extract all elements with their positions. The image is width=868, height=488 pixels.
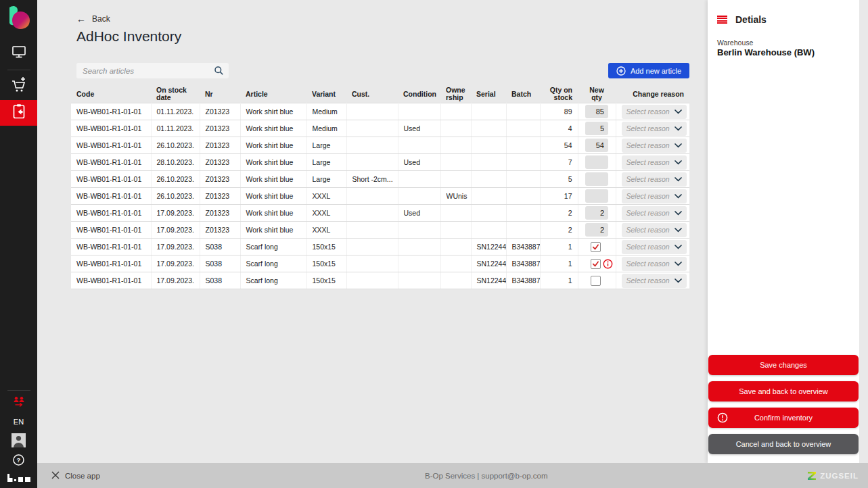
cell-batch	[506, 103, 540, 120]
cell-change-reason: Select reason	[616, 205, 689, 222]
new-qty-input[interactable]	[585, 206, 608, 220]
change-reason-select[interactable]: Select reason	[622, 240, 687, 254]
right-scroll-area	[859, 0, 868, 463]
column-header-on-stock-date: On stock date	[151, 85, 200, 103]
change-reason-select[interactable]: Select reason	[622, 257, 687, 271]
new-qty-input[interactable]	[585, 139, 608, 152]
cell-code: WB-WB01-R1-01-01	[71, 154, 151, 171]
chevron-down-icon	[675, 211, 682, 216]
column-header-nr: Nr	[200, 85, 240, 103]
cell-article: Work shirt blue	[240, 137, 306, 154]
cell-date: 26.10.2023.	[151, 188, 200, 205]
new-qty-input[interactable]	[585, 155, 608, 169]
serial-checkbox[interactable]	[591, 259, 601, 269]
confirm-inventory-button[interactable]: Confirm inventory	[708, 408, 859, 428]
cell-serial	[471, 103, 506, 120]
change-reason-select[interactable]: Select reason	[622, 139, 687, 153]
serial-checkbox[interactable]	[591, 242, 601, 252]
cell-new-qty	[578, 188, 616, 205]
cell-code: WB-WB01-R1-01-01	[71, 239, 151, 255]
cell-date: 17.09.2023.	[151, 222, 200, 239]
column-header-change-reason: Change reason	[616, 85, 689, 103]
search-input[interactable]	[76, 67, 214, 75]
cell-variant: XXXL	[306, 205, 346, 222]
button-label: Cancel and back to overview	[736, 440, 831, 448]
cell-variant: Large	[306, 171, 346, 188]
new-qty-input[interactable]	[585, 189, 608, 203]
chevron-down-icon	[675, 245, 682, 249]
cell-batch	[506, 188, 540, 205]
cell-code: WB-WB01-R1-01-01	[71, 205, 151, 222]
button-label: Save changes	[760, 361, 807, 369]
cell-qty: 4	[540, 120, 578, 137]
change-reason-select[interactable]: Select reason	[622, 223, 687, 237]
sidebar-item-monitor[interactable]	[0, 40, 37, 67]
new-qty-input[interactable]	[585, 122, 608, 135]
change-reason-select[interactable]: Select reason	[622, 206, 687, 220]
back-button[interactable]: ← Back	[76, 14, 110, 24]
menu-icon[interactable]	[717, 16, 727, 24]
search-icon[interactable]	[214, 66, 224, 76]
change-reason-select[interactable]: Select reason	[622, 122, 687, 136]
cell-article: Scarf long	[240, 255, 306, 272]
cell-condition	[398, 222, 440, 239]
column-header-code: Code	[71, 85, 151, 103]
change-reason-placeholder: Select reason	[626, 158, 670, 166]
column-header-serial: Serial	[471, 85, 506, 103]
cell-ownership	[440, 171, 471, 188]
cell-ownership	[440, 222, 471, 239]
cell-new-qty	[578, 272, 616, 289]
change-reason-select[interactable]: Select reason	[622, 155, 687, 170]
details-header: Detials	[717, 14, 767, 25]
cell-date: 17.09.2023.	[151, 255, 200, 272]
cell-variant: Medium	[306, 120, 346, 137]
zugseil-logo: ZUGSEIL	[807, 471, 859, 481]
sidebar-item-cart[interactable]	[0, 73, 37, 100]
cell-ownership	[440, 205, 471, 222]
cell-new-qty	[578, 222, 616, 239]
language-indicator[interactable]: EN	[14, 418, 24, 426]
cell-date: 01.11.2023.	[151, 103, 200, 120]
change-reason-select[interactable]: Select reason	[622, 172, 687, 187]
new-qty-input[interactable]	[585, 223, 608, 237]
change-reason-select[interactable]: Select reason	[622, 105, 687, 119]
warning-info-icon[interactable]	[603, 259, 613, 269]
table-header-row: CodeOn stock dateNrArticleVariantCust.Co…	[71, 85, 689, 103]
cell-condition	[398, 171, 440, 188]
sidebar-item-profile[interactable]	[0, 431, 37, 452]
cell-cust	[346, 137, 398, 154]
cell-new-qty	[578, 154, 616, 171]
close-app-button[interactable]: Close app	[51, 471, 100, 481]
cancel-and-back-to-overview-button[interactable]: Cancel and back to overview	[708, 434, 859, 454]
zugseil-z-icon	[807, 471, 817, 481]
sidebar-item-team[interactable]	[0, 393, 37, 414]
cell-nr: Z01323	[200, 188, 240, 205]
change-reason-select[interactable]: Select reason	[622, 189, 687, 203]
cell-cust	[346, 205, 398, 222]
add-new-article-button[interactable]: Add new article	[608, 63, 689, 78]
chevron-down-icon	[675, 278, 682, 283]
sidebar-item-inventory[interactable]	[0, 100, 37, 126]
column-header-ownership: Ownership	[440, 85, 471, 103]
cell-condition: Used	[398, 120, 440, 137]
new-qty-input[interactable]	[585, 105, 608, 118]
new-qty-input[interactable]	[585, 172, 608, 186]
cell-variant: Large	[306, 154, 346, 171]
cell-serial	[471, 222, 506, 239]
cell-new-qty	[578, 103, 616, 120]
cell-condition	[398, 188, 440, 205]
cell-qty: 1	[540, 239, 578, 255]
column-header-new-qty: New qty	[578, 85, 616, 103]
table-row: WB-WB01-R1-01-0117.09.2023.Z01323Work sh…	[71, 205, 689, 222]
cell-article: Scarf long	[240, 239, 306, 255]
cell-change-reason: Select reason	[616, 239, 689, 255]
serial-checkbox[interactable]	[591, 276, 601, 286]
cell-ownership	[440, 137, 471, 154]
save-changes-button[interactable]: Save changes	[708, 355, 859, 375]
cell-variant: Large	[306, 137, 346, 154]
cell-qty: 1	[540, 272, 578, 289]
change-reason-select[interactable]: Select reason	[622, 274, 687, 288]
save-and-back-to-overview-button[interactable]: Save and back to overview	[708, 381, 859, 401]
cell-variant: 150x15	[306, 239, 346, 255]
sidebar-item-help[interactable]: ?	[0, 452, 37, 470]
